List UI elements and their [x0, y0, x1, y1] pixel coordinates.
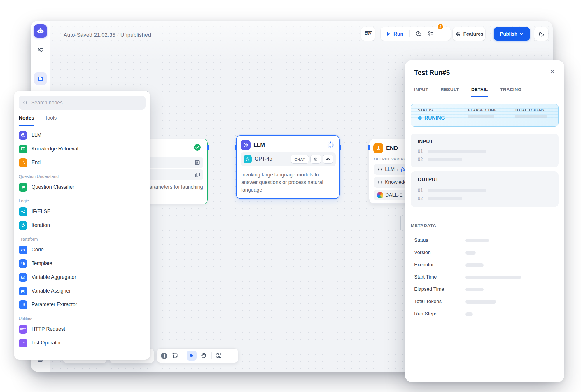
vision-toggle[interactable]: [323, 155, 333, 164]
tab-tracing[interactable]: TRACING: [500, 87, 522, 97]
metadata-label: Status: [414, 237, 428, 243]
skeleton-bar: [466, 276, 521, 279]
add-note-button[interactable]: [172, 352, 179, 359]
input-title: INPUT: [418, 139, 433, 145]
add-node-button[interactable]: [160, 352, 168, 359]
skeleton-bar: [466, 312, 473, 316]
end-flag-icon: [19, 158, 27, 167]
node-item-label: Variable Assigner: [32, 288, 71, 294]
autosave-status: Auto-Saved 21:02:35 · Unpublished: [64, 32, 151, 38]
agent-toggle[interactable]: [310, 155, 321, 164]
run-history-clock-icon[interactable]: [415, 31, 422, 37]
panel-title: Test Run#5: [414, 69, 450, 77]
node-item-label: Template: [32, 260, 52, 267]
node-item-iteration[interactable]: Iteration: [14, 218, 150, 232]
model-selector[interactable]: GPT-4o CHAT: [241, 152, 336, 166]
close-icon[interactable]: ×: [547, 66, 557, 76]
pointer-tool-selected[interactable]: [187, 351, 197, 360]
chevron-down-icon: [519, 32, 524, 36]
node-item-label: Knowledge Retrieval: [32, 146, 78, 152]
parameter-extractor-icon: [19, 300, 27, 309]
node-item-http-request[interactable]: HTTP HTTP Request: [14, 322, 150, 336]
document-icon: [194, 160, 200, 166]
hand-tool[interactable]: [200, 352, 208, 359]
input-handle[interactable]: [235, 145, 237, 150]
run-label: Run: [393, 31, 403, 37]
checklist-button[interactable]: [428, 31, 434, 37]
panel-resize-handle[interactable]: [400, 216, 401, 230]
node-item-label: Question Classifier: [32, 184, 74, 190]
node-item-llm[interactable]: LLM: [14, 128, 150, 142]
node-item-template[interactable]: Template: [14, 257, 150, 270]
node-item-end[interactable]: End: [14, 156, 150, 169]
preferences-sliders-icon[interactable]: [37, 46, 44, 53]
app-logo-robot-icon[interactable]: [34, 24, 47, 38]
sidebar-divider: [35, 62, 46, 62]
tab-input[interactable]: INPUT: [414, 87, 428, 97]
test-run-tabs: INPUT RESULT DETAIL TRACING: [414, 87, 522, 97]
publish-button[interactable]: Publish: [494, 27, 530, 41]
knowledge-book-icon: [377, 180, 383, 185]
metadata-label: Start Time: [414, 274, 437, 280]
edge-llm-to-end: [340, 147, 369, 147]
features-icon: [455, 31, 461, 37]
node-item-parameter-extractor[interactable]: Parameter Extractor: [14, 298, 150, 312]
divider: [183, 352, 183, 359]
eye-icon: [326, 157, 331, 162]
node-item-variable-assigner[interactable]: {=} Variable Assigner: [14, 284, 150, 298]
run-button[interactable]: Run: [386, 31, 403, 37]
skeleton-bar: [468, 115, 494, 118]
node-item-list-operator[interactable]: List Operator: [14, 336, 150, 350]
tab-result[interactable]: RESULT: [441, 87, 459, 97]
features-button[interactable]: Features: [453, 27, 485, 41]
panel-toggle-active[interactable]: [34, 72, 47, 85]
play-icon: [386, 31, 391, 36]
line-number: 02: [418, 157, 423, 162]
metadata-label: Total Tokens: [414, 299, 442, 304]
openai-icon: [244, 155, 252, 163]
env-variables-button[interactable]: ENV: [361, 27, 375, 41]
classifier-icon: [19, 183, 27, 192]
node-item-label: Variable Aggregator: [32, 274, 76, 280]
node-item-question-classifier[interactable]: Question Classifier: [14, 180, 150, 194]
llm-node[interactable]: LLM GPT-4o CHAT: [236, 135, 340, 199]
loading-spinner-icon: [327, 141, 335, 149]
line-number: 02: [418, 196, 423, 201]
divider: [410, 30, 410, 37]
node-item-knowledge-retrieval[interactable]: Knowledge Retrieval: [14, 142, 150, 156]
if-else-icon: [19, 207, 27, 216]
variable-source: DALL-E: [385, 192, 403, 198]
output-handle[interactable]: [339, 145, 341, 150]
llm-icon: [377, 167, 383, 172]
model-name: GPT-4o: [255, 156, 272, 162]
llm-node-icon: [241, 140, 251, 150]
search-input[interactable]: [31, 100, 141, 106]
section-utilities: Utilities: [14, 312, 150, 322]
output-handle[interactable]: [207, 145, 209, 150]
node-panel-tabs: Nodes Tools: [19, 115, 146, 126]
run-status-card: STATUS RUNING ELAPSED TIME TOTAL TOKENS: [411, 104, 559, 127]
edge-start-to-llm: [208, 147, 236, 147]
var-eq-glyph: {=}: [21, 289, 25, 293]
organize-nodes-button[interactable]: [216, 352, 223, 359]
window-icon: [37, 75, 44, 82]
node-item-label: LLM: [32, 132, 41, 138]
node-search[interactable]: [19, 96, 146, 110]
node-item-label: HTTP Request: [32, 326, 65, 332]
knowledge-book-icon: [19, 145, 27, 153]
node-item-label: Code: [32, 247, 44, 253]
skeleton-bar: [466, 300, 496, 304]
tab-detail[interactable]: DETAIL: [471, 87, 488, 97]
tab-tools[interactable]: Tools: [45, 115, 57, 126]
llm-node-title: LLM: [253, 142, 265, 148]
status-value: RUNING: [424, 115, 445, 121]
version-history-button[interactable]: [534, 27, 548, 41]
llm-node-description: Invoking large language models to answer…: [241, 171, 335, 194]
node-item-if-else[interactable]: IF/ELSE: [14, 205, 150, 218]
node-item-label: List Operator: [32, 340, 61, 346]
node-item-variable-aggregator[interactable]: {x} Variable Aggregator: [14, 270, 150, 284]
search-icon: [23, 100, 28, 106]
input-handle[interactable]: [368, 145, 370, 150]
node-item-code[interactable]: </> Code: [14, 243, 150, 257]
tab-nodes[interactable]: Nodes: [19, 115, 34, 126]
